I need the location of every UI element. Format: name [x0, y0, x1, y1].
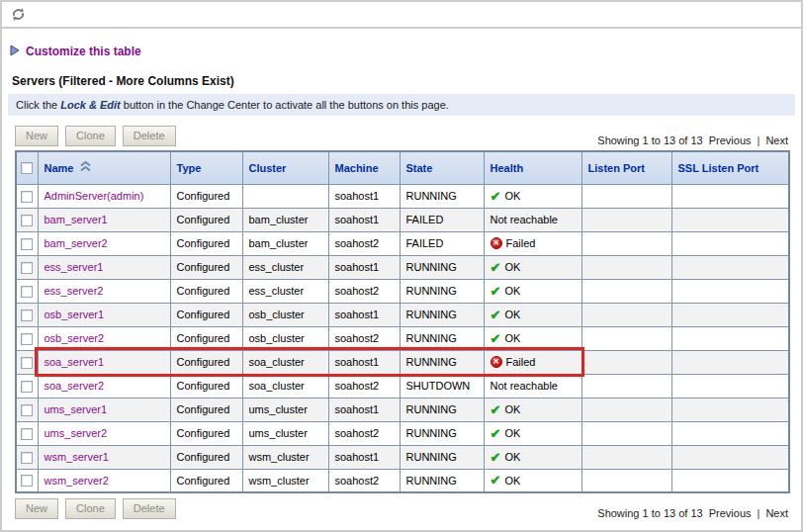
column-header-type[interactable]: Type	[170, 151, 242, 184]
health-status-text: OK	[504, 309, 520, 320]
column-header-cluster[interactable]: Cluster	[242, 151, 328, 184]
cluster-cell: ess_cluster	[242, 255, 328, 279]
table-row: soa_server2 Configured soa_cluster soaho…	[16, 374, 789, 398]
state-cell: RUNNING	[400, 326, 484, 350]
row-checkbox[interactable]	[21, 262, 33, 274]
row-checkbox-cell	[16, 255, 38, 279]
server-name-link[interactable]: ess_server2	[45, 285, 104, 297]
table-row: AdminServer(admin) Configured soahost1 R…	[16, 184, 789, 208]
machine-cell: soahost1	[328, 398, 400, 421]
new-button-bottom[interactable]: New	[15, 498, 58, 519]
server-name-link[interactable]: ess_server1	[45, 261, 104, 273]
table-row: wsm_server1 Configured wsm_cluster soaho…	[16, 445, 789, 469]
sort-ascending-icon	[79, 161, 92, 174]
health-cell: ✔ OK	[484, 184, 581, 208]
column-header-listen-port[interactable]: Listen Port	[581, 151, 671, 184]
delete-button-bottom[interactable]: Delete	[123, 498, 176, 519]
row-checkbox[interactable]	[21, 191, 33, 203]
row-checkbox-cell	[16, 326, 38, 350]
next-link[interactable]: Next	[765, 134, 788, 146]
server-name-link[interactable]: ums_server1	[45, 403, 108, 415]
listen-port-cell	[581, 398, 671, 421]
column-header-machine[interactable]: Machine	[328, 151, 400, 184]
machine-cell: soahost1	[328, 445, 400, 469]
health-cell: ✔ OK	[484, 326, 581, 350]
row-checkbox[interactable]	[21, 452, 33, 464]
server-name-link[interactable]: soa_server1	[45, 356, 105, 368]
health-cell: Not reachable	[484, 374, 581, 398]
health-cell: ✔ OK	[484, 303, 581, 326]
ssl-listen-port-cell	[671, 255, 789, 279]
clone-button[interactable]: Clone	[65, 126, 116, 146]
ssl-listen-port-cell	[671, 350, 789, 374]
server-name-link[interactable]: wsm_server1	[45, 451, 109, 463]
table-row: bam_server1 Configured bam_cluster soaho…	[16, 208, 789, 231]
row-checkbox[interactable]	[21, 428, 33, 440]
listen-port-cell	[581, 231, 671, 255]
row-checkbox[interactable]	[21, 475, 33, 487]
name-cell: AdminServer(admin)	[38, 184, 170, 208]
server-name-link[interactable]: soa_server2	[45, 380, 105, 392]
row-checkbox[interactable]	[21, 215, 33, 226]
console-window: Customize this table Servers (Filtered -…	[0, 0, 803, 532]
row-checkbox[interactable]	[21, 333, 33, 345]
showing-text: Showing 1 to 13 of 13	[597, 134, 702, 146]
state-cell: RUNNING	[400, 279, 484, 303]
clone-button-bottom[interactable]: Clone	[65, 498, 116, 519]
server-name-link[interactable]: osb_server2	[45, 332, 105, 344]
ssl-listen-port-cell	[671, 231, 789, 255]
row-checkbox[interactable]	[21, 404, 33, 416]
health-cell: ✕ Failed	[484, 350, 581, 374]
ssl-listen-port-cell	[671, 445, 789, 469]
table-row: wsm_server2 Configured wsm_cluster soaho…	[16, 469, 789, 492]
lock-edit-notice: Click the Lock & Edit button in the Chan…	[8, 94, 795, 116]
customize-table-link[interactable]: Customize this table	[10, 43, 795, 60]
row-checkbox[interactable]	[21, 381, 33, 393]
new-button[interactable]: New	[15, 126, 58, 146]
row-checkbox[interactable]	[21, 357, 33, 369]
server-name-link[interactable]: ums_server2	[45, 427, 108, 439]
delete-button[interactable]: Delete	[123, 126, 176, 146]
column-header-ssl-listen-port[interactable]: SSL Listen Port	[671, 151, 789, 184]
refresh-icon[interactable]	[9, 6, 27, 24]
state-cell: RUNNING	[400, 469, 484, 492]
ssl-listen-port-cell	[671, 398, 789, 421]
health-cell: ✕ Failed	[484, 231, 581, 255]
expand-arrow-icon	[10, 43, 20, 60]
type-cell: Configured	[170, 303, 242, 326]
type-cell: Configured	[170, 421, 242, 445]
type-cell: Configured	[170, 279, 242, 303]
column-header-health[interactable]: Health	[484, 151, 581, 184]
server-name-link[interactable]: wsm_server2	[45, 475, 109, 487]
server-name-link[interactable]: bam_server1	[45, 214, 108, 225]
server-name-link[interactable]: bam_server2	[45, 237, 108, 249]
health-cell: ✔ OK	[484, 469, 581, 492]
previous-link-bottom[interactable]: Previous	[709, 507, 752, 519]
red-x-circle-icon: ✕	[491, 237, 502, 249]
server-table-body: AdminServer(admin) Configured soahost1 R…	[16, 184, 789, 492]
row-checkbox[interactable]	[21, 286, 33, 298]
health-status-text: OK	[504, 190, 520, 202]
row-checkbox[interactable]	[21, 238, 33, 250]
table-row: ums_server2 Configured ums_cluster soaho…	[16, 421, 789, 445]
type-cell: Configured	[170, 208, 242, 231]
type-cell: Configured	[170, 374, 242, 398]
column-header-state[interactable]: State	[400, 151, 484, 184]
cluster-cell: ums_cluster	[242, 398, 328, 421]
ssl-listen-port-cell	[671, 421, 789, 445]
server-name-link[interactable]: AdminServer(admin)	[45, 190, 144, 202]
row-checkbox[interactable]	[21, 310, 33, 321]
name-cell: soa_server1	[38, 350, 170, 374]
cluster-cell: soa_cluster	[242, 350, 328, 374]
state-cell: RUNNING	[400, 398, 484, 421]
server-name-link[interactable]: osb_server1	[45, 309, 105, 320]
listen-port-cell	[581, 350, 671, 374]
health-status-text: OK	[504, 427, 520, 439]
column-header-name[interactable]: Name	[38, 151, 170, 184]
state-cell: RUNNING	[400, 421, 484, 445]
type-cell: Configured	[170, 398, 242, 421]
next-link-bottom[interactable]: Next	[765, 507, 788, 519]
name-cell: ums_server2	[38, 421, 170, 445]
previous-link[interactable]: Previous	[709, 134, 752, 146]
select-all-checkbox[interactable]	[21, 162, 33, 174]
